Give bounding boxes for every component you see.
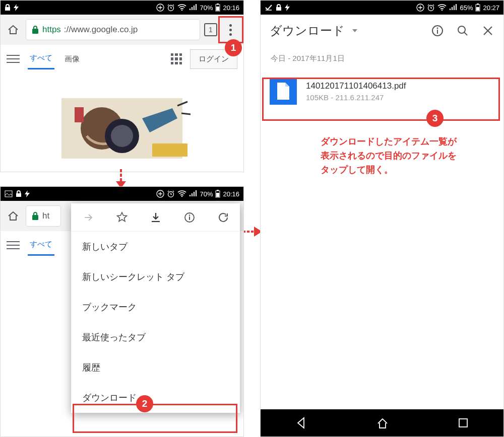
signal-icon bbox=[449, 4, 457, 11]
svg-point-37 bbox=[442, 10, 443, 11]
callout-badge-3: 3 bbox=[426, 110, 444, 127]
svg-rect-11 bbox=[75, 107, 84, 122]
alarm-icon bbox=[167, 190, 175, 198]
caption-text: ダウンロードしたアイテム一覧が 表示されるので目的のファイルを タップして開く。 bbox=[321, 135, 457, 177]
svg-rect-34 bbox=[189, 216, 190, 220]
image-icon bbox=[5, 190, 13, 197]
svg-rect-12 bbox=[152, 143, 187, 157]
download-icon[interactable] bbox=[150, 211, 162, 224]
tab-count-button[interactable]: 1 bbox=[204, 23, 217, 36]
lightning-icon bbox=[14, 4, 19, 11]
svg-rect-45 bbox=[459, 419, 467, 427]
back-nav-icon[interactable] bbox=[295, 416, 308, 429]
battery-pct: 65% bbox=[460, 4, 473, 12]
callout-box-3 bbox=[262, 78, 500, 121]
signal-icon bbox=[189, 4, 197, 11]
tab-images[interactable]: 画像 bbox=[62, 49, 82, 69]
close-icon[interactable] bbox=[481, 24, 494, 37]
lock-icon bbox=[16, 190, 22, 197]
tab-all[interactable]: すべて bbox=[28, 235, 54, 256]
hamburger-menu-icon[interactable] bbox=[7, 241, 20, 249]
downloads-title: ダウンロード bbox=[270, 23, 345, 39]
url-rest: ht bbox=[42, 211, 49, 221]
wifi-icon bbox=[177, 4, 186, 11]
svg-point-33 bbox=[188, 214, 190, 216]
lightning-icon bbox=[25, 190, 30, 197]
apps-grid-icon[interactable] bbox=[171, 53, 182, 64]
svg-rect-13 bbox=[120, 169, 122, 172]
battery-pct: 70% bbox=[200, 190, 213, 198]
clock-time: 20:27 bbox=[483, 4, 499, 12]
url-https: https bbox=[42, 25, 61, 35]
refresh-icon[interactable] bbox=[217, 211, 229, 224]
star-icon[interactable] bbox=[116, 211, 128, 224]
svg-point-2 bbox=[181, 10, 183, 11]
svg-rect-39 bbox=[477, 4, 479, 5]
menu-bookmarks[interactable]: ブックマーク bbox=[71, 292, 240, 322]
battery-pct: 70% bbox=[200, 4, 213, 12]
google-doodle[interactable] bbox=[1, 73, 243, 164]
url-input[interactable]: ht bbox=[26, 205, 61, 227]
signal-icon bbox=[189, 190, 197, 197]
wifi-icon bbox=[437, 4, 447, 11]
plus-circle-icon bbox=[416, 4, 424, 12]
menu-recent-tabs[interactable]: 最近使ったタブ bbox=[71, 322, 240, 352]
search-icon[interactable] bbox=[456, 24, 469, 37]
svg-rect-14 bbox=[120, 174, 122, 177]
clock-time: 20:16 bbox=[223, 4, 239, 12]
secure-lock-icon bbox=[31, 211, 39, 221]
wifi-icon bbox=[177, 190, 186, 197]
callout-badge-2: 2 bbox=[136, 395, 153, 412]
callout-box-2 bbox=[73, 404, 237, 433]
tab-all[interactable]: すべて bbox=[28, 48, 54, 69]
address-bar: https://www.google.co.jp 1 bbox=[1, 15, 243, 45]
svg-rect-6 bbox=[32, 29, 38, 34]
svg-rect-15 bbox=[120, 178, 122, 181]
svg-rect-5 bbox=[216, 7, 219, 11]
hamburger-menu-icon[interactable] bbox=[7, 55, 20, 63]
url-rest: ://www.google.co.jp bbox=[64, 25, 138, 35]
menu-new-tab[interactable]: 新しいタブ bbox=[71, 232, 240, 262]
home-nav-icon[interactable] bbox=[376, 416, 389, 429]
svg-rect-4 bbox=[217, 4, 219, 5]
svg-rect-26 bbox=[32, 215, 38, 220]
check-icon bbox=[265, 4, 273, 11]
svg-rect-18 bbox=[251, 231, 254, 233]
svg-rect-24 bbox=[217, 190, 219, 191]
callout-badge-1: 1 bbox=[225, 39, 242, 56]
downloads-appbar: ダウンロード bbox=[261, 15, 503, 47]
alarm-icon bbox=[427, 4, 435, 12]
menu-history[interactable]: 履歴 bbox=[71, 352, 240, 383]
info-icon[interactable] bbox=[431, 24, 444, 37]
svg-rect-25 bbox=[216, 193, 219, 197]
status-bar: 70% 20:16 bbox=[1, 187, 243, 201]
svg-point-22 bbox=[181, 196, 183, 197]
lock-icon bbox=[276, 4, 282, 11]
clock-time: 20:16 bbox=[223, 190, 239, 198]
secure-lock-icon bbox=[31, 25, 39, 34]
lightning-icon bbox=[285, 4, 290, 11]
overflow-menu-panel: 新しいタブ 新しいシークレット タブ ブックマーク 最近使ったタブ 履歴 ダウン… bbox=[71, 203, 240, 413]
battery-icon bbox=[475, 4, 480, 12]
android-navbar bbox=[261, 409, 503, 436]
lock-icon bbox=[5, 4, 11, 11]
status-bar: 65% 20:27 bbox=[261, 1, 503, 15]
svg-rect-19 bbox=[5, 191, 12, 197]
home-button[interactable] bbox=[5, 21, 22, 38]
plus-circle-icon bbox=[156, 4, 164, 12]
svg-point-44 bbox=[458, 26, 465, 33]
svg-rect-17 bbox=[247, 231, 249, 233]
forward-icon[interactable] bbox=[82, 211, 94, 224]
battery-icon bbox=[215, 4, 220, 12]
info-icon[interactable] bbox=[183, 211, 196, 224]
status-bar: 70% 20:16 bbox=[1, 1, 243, 15]
recents-nav-icon[interactable] bbox=[457, 417, 469, 429]
url-input[interactable]: https://www.google.co.jp bbox=[26, 19, 200, 40]
dropdown-caret-icon[interactable] bbox=[351, 27, 359, 35]
menu-incognito[interactable]: 新しいシークレット タブ bbox=[71, 262, 240, 292]
google-toolbar: すべて 画像 ログイン bbox=[1, 45, 243, 73]
svg-point-42 bbox=[437, 28, 438, 29]
svg-rect-43 bbox=[437, 30, 438, 34]
battery-icon bbox=[215, 190, 220, 198]
home-button[interactable] bbox=[5, 207, 22, 225]
